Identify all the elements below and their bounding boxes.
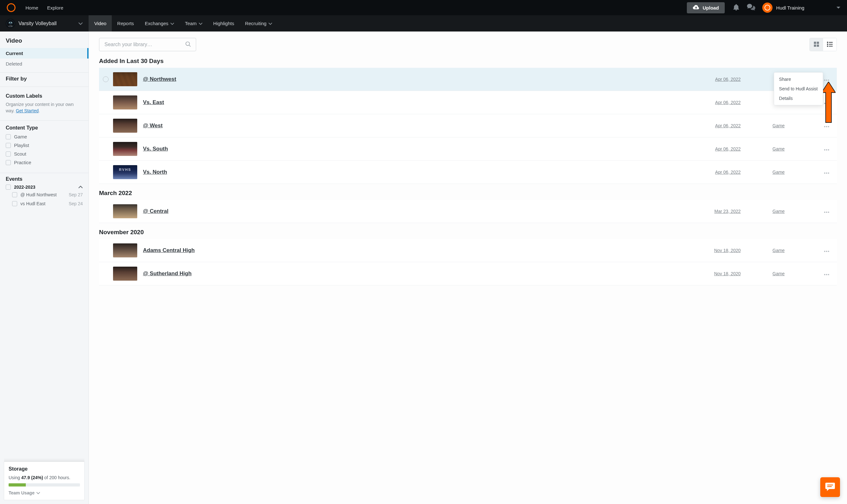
row-select-icon[interactable] (103, 76, 108, 82)
video-date-link[interactable]: Apr 06, 2022 (712, 169, 741, 175)
video-title-link[interactable]: Adams Central High (143, 247, 194, 254)
event-item[interactable]: @ Hudl Northwest Sep 27 (0, 190, 88, 199)
filter-scout[interactable]: Scout (6, 151, 83, 157)
video-date-link[interactable]: Apr 06, 2022 (712, 77, 741, 82)
menu-details[interactable]: Details (774, 93, 823, 103)
row-more-button[interactable] (820, 209, 833, 214)
video-thumbnail[interactable] (113, 244, 137, 257)
row-more-button[interactable] (820, 271, 833, 276)
section-title: March 2022 (99, 190, 837, 197)
video-title-link[interactable]: Vs. East (143, 99, 164, 106)
video-thumbnail[interactable] (113, 119, 137, 133)
video-row[interactable]: Vs. SouthApr 06, 2022Game (99, 138, 837, 161)
video-date-link[interactable]: Nov 18, 2020 (712, 248, 741, 253)
svg-point-38 (824, 274, 825, 275)
svg-point-13 (827, 43, 828, 45)
storage-card: Storage Using 47.9 (24%) of 200 hours. T… (4, 461, 85, 500)
menu-send-assist[interactable]: Send to Hudl Assist (774, 84, 823, 93)
svg-point-36 (826, 251, 827, 252)
video-row[interactable]: @ NorthwestApr 06, 2022Game (99, 68, 837, 91)
video-date-link[interactable]: Apr 06, 2022 (712, 100, 741, 105)
sidebar-item-deleted[interactable]: Deleted (0, 58, 88, 69)
checkbox-icon (12, 201, 17, 206)
sidebar-item-current[interactable]: Current (0, 48, 88, 58)
search-input[interactable] (104, 41, 185, 48)
section-nav: LYNX Varsity Volleyball Video Reports Ex… (0, 15, 847, 32)
video-row[interactable]: @ CentralMar 23, 2022Game (99, 200, 837, 223)
user-name[interactable]: Hudl Training (776, 5, 804, 11)
video-type-link[interactable]: Game (773, 146, 789, 151)
chevron-up-icon[interactable] (78, 184, 83, 190)
video-type-link[interactable]: Game (773, 248, 789, 253)
tab-exchanges[interactable]: Exchanges (139, 15, 179, 32)
chat-fab[interactable] (820, 477, 840, 497)
team-usage-toggle[interactable]: Team Usage (8, 490, 80, 496)
video-row[interactable]: Adams Central HighNov 18, 2020Game (99, 239, 837, 262)
filter-game[interactable]: Game (6, 134, 83, 139)
row-more-button[interactable] (820, 146, 833, 152)
svg-point-5 (186, 42, 190, 46)
sidebar: Video Current Deleted Filter by Custom L… (0, 32, 89, 504)
storage-meter (8, 483, 80, 486)
nav-home[interactable]: Home (25, 5, 38, 11)
list-view-button[interactable] (823, 38, 836, 51)
notifications-icon[interactable] (732, 3, 740, 12)
tab-highlights[interactable]: Highlights (208, 15, 240, 32)
checkbox-icon (6, 151, 11, 157)
video-row[interactable]: @ Sutherland HighNov 18, 2020Game (99, 262, 837, 285)
video-title-link[interactable]: @ Sutherland High (143, 270, 192, 277)
video-date-link[interactable]: Nov 18, 2020 (712, 271, 741, 276)
video-row[interactable]: @ WestApr 06, 2022Game (99, 114, 837, 138)
video-date-link[interactable]: Apr 06, 2022 (712, 146, 741, 151)
team-selector[interactable]: LYNX Varsity Volleyball (0, 15, 89, 32)
get-started-link[interactable]: Get Started (16, 108, 39, 113)
video-date-link[interactable]: Mar 23, 2022 (712, 209, 741, 214)
menu-share[interactable]: Share (774, 74, 823, 84)
messages-icon[interactable] (747, 4, 755, 12)
row-more-button[interactable] (820, 169, 833, 175)
video-title-link[interactable]: @ West (143, 123, 163, 129)
video-type-link[interactable]: Game (773, 169, 789, 175)
video-title-link[interactable]: Vs. South (143, 146, 168, 152)
video-title-link[interactable]: @ Northwest (143, 76, 176, 83)
user-avatar[interactable] (762, 2, 773, 13)
event-label: @ Hudl Northwest (20, 192, 57, 197)
svg-rect-8 (817, 42, 819, 44)
filter-playlist[interactable]: Playlist (6, 143, 83, 148)
video-thumbnail[interactable] (113, 165, 137, 179)
video-thumbnail[interactable] (113, 95, 137, 109)
main-content: Added In Last 30 Days@ NorthwestApr 06, … (89, 32, 847, 504)
video-title-link[interactable]: @ Central (143, 208, 169, 214)
svg-point-26 (824, 149, 825, 150)
tab-reports[interactable]: Reports (112, 15, 139, 32)
video-row[interactable]: Vs. NorthApr 06, 2022Game (99, 161, 837, 184)
grid-view-button[interactable] (810, 38, 823, 51)
user-menu-chevron-icon[interactable] (836, 5, 841, 11)
tab-video[interactable]: Video (89, 15, 112, 32)
tab-label: Recruiting (245, 21, 266, 26)
tab-recruiting[interactable]: Recruiting (240, 15, 278, 32)
filter-heading: Filter by (0, 76, 88, 85)
upload-button[interactable]: Upload (687, 2, 725, 13)
hudl-logo[interactable] (6, 3, 16, 13)
svg-point-19 (828, 79, 829, 81)
video-row[interactable]: Vs. EastApr 06, 2022Game (99, 91, 837, 114)
season-row[interactable]: 2022-2023 (0, 184, 88, 190)
video-date-link[interactable]: Apr 06, 2022 (712, 123, 741, 128)
video-thumbnail[interactable] (113, 267, 137, 281)
event-item[interactable]: vs Hudl East Sep 24 (0, 199, 88, 208)
row-context-menu: Share Send to Hudl Assist Details (774, 72, 823, 105)
nav-explore[interactable]: Explore (47, 5, 63, 11)
filter-practice[interactable]: Practice (6, 160, 83, 165)
video-type-link[interactable]: Game (773, 123, 789, 128)
video-type-link[interactable]: Game (773, 271, 789, 276)
tab-label: Reports (117, 21, 134, 26)
tab-team[interactable]: Team (179, 15, 208, 32)
video-thumbnail[interactable] (113, 142, 137, 156)
video-title-link[interactable]: Vs. North (143, 169, 167, 175)
row-more-button[interactable] (820, 248, 833, 253)
video-thumbnail[interactable] (113, 72, 137, 86)
video-thumbnail[interactable] (113, 204, 137, 218)
library-search[interactable] (99, 38, 196, 51)
video-type-link[interactable]: Game (773, 209, 789, 214)
